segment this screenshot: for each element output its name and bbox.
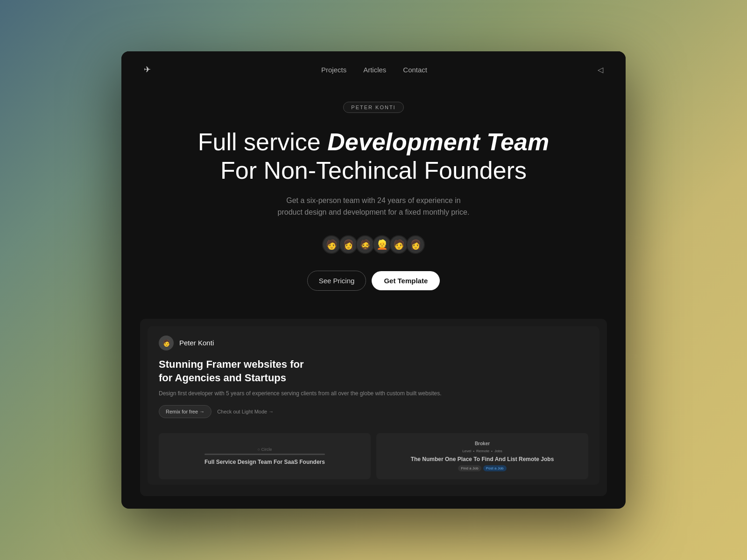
remix-button[interactable]: Remix for free →	[159, 405, 211, 418]
avatar-1: 🧑	[322, 235, 341, 254]
hero-subtitle: Get a six-person team with 24 years of e…	[275, 195, 472, 218]
preview-card-1: ○ Circle Full Service Design Team For Sa…	[159, 433, 371, 479]
badge-find-job: Find a Job	[458, 465, 481, 471]
nav-logo-icon: ✈	[144, 64, 151, 75]
browser-window: ✈ Projects Articles Contact ◁ PETER KONT…	[121, 51, 626, 509]
nav-links: Projects Articles Contact	[321, 66, 427, 74]
preview-section: 🧑 Peter Konti Stunning Framer websites f…	[140, 319, 607, 496]
lightmode-button[interactable]: Check out Light Mode →	[217, 409, 274, 414]
send-icon: ◁	[598, 65, 603, 74]
nav-link-articles[interactable]: Articles	[363, 66, 386, 74]
card1-brand: ○ Circle	[258, 447, 272, 452]
hero-title-italic: Development Team	[327, 128, 549, 155]
hero-badge: PETER KONTI	[343, 102, 403, 113]
cta-row: See Pricing Get Template	[307, 271, 440, 291]
avatar-5: 🧑	[389, 235, 408, 254]
card2-brand: Broker	[475, 441, 490, 446]
avatar-row: 🧑 👩 🧔 👱 🧑 👩	[322, 235, 425, 254]
avatar-4: 👱	[373, 235, 391, 254]
preview-avatar: 🧑	[159, 336, 174, 350]
avatar-6: 👩	[406, 235, 425, 254]
nav-link-contact[interactable]: Contact	[403, 66, 427, 74]
preview-header: 🧑 Peter Konti	[148, 326, 599, 358]
navbar: ✈ Projects Articles Contact ◁	[121, 51, 626, 88]
nav-link-projects[interactable]: Projects	[321, 66, 346, 74]
avatar-2: 👩	[339, 235, 358, 254]
card2-badges: Find a Job Post a Job	[458, 465, 506, 471]
hero-section: PETER KONTI Full service Development Tea…	[121, 88, 626, 309]
preview-cards: ○ Circle Full Service Design Team For Sa…	[148, 427, 599, 485]
see-pricing-button[interactable]: See Pricing	[307, 271, 366, 291]
card2-title: The Number One Place To Find And List Re…	[411, 456, 554, 462]
hero-title: Full service Development Team For Non-Te…	[198, 128, 549, 185]
card1-title: Full Service Design Team For SaaS Founde…	[204, 459, 325, 465]
preview-name: Peter Konti	[179, 339, 214, 347]
preview-content: Stunning Framer websites for for Agencie…	[148, 358, 599, 427]
preview-title: Stunning Framer websites for for Agencie…	[159, 358, 588, 385]
hero-title-line2: For Non-Techincal Founders	[220, 157, 527, 184]
hero-title-plain: Full service	[198, 128, 327, 155]
avatar-3: 🧔	[356, 235, 374, 254]
get-template-button[interactable]: Get Template	[372, 271, 440, 290]
badge-post-job: Post a Job	[483, 465, 507, 471]
preview-inner: 🧑 Peter Konti Stunning Framer websites f…	[148, 326, 599, 485]
preview-buttons: Remix for free → Check out Light Mode →	[159, 405, 588, 418]
preview-card-2: Broker Level•Remote•Jobs The Number One …	[376, 433, 588, 479]
preview-desc: Design first developer with 5 years of e…	[159, 389, 588, 398]
